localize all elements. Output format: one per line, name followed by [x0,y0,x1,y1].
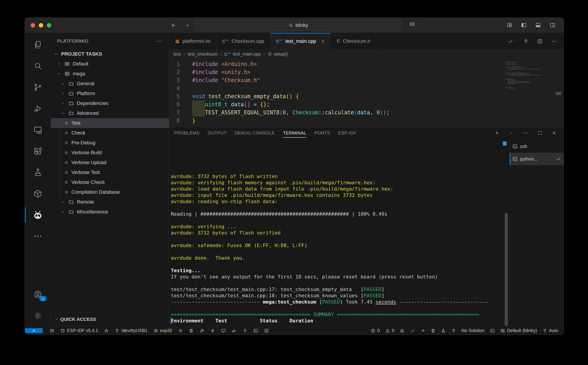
editor-more-actions[interactable] [549,37,558,46]
activity-pio-home[interactable] [25,183,51,204]
status-espidf-version[interactable]: ESP-IDF v5.4.1 [60,328,98,333]
tree-item-dependencies[interactable]: Dependencies [51,98,169,108]
status-debug[interactable] [232,328,237,333]
tree-item-mega[interactable]: mega [51,69,169,79]
tree-item-compilation-database[interactable]: Compilation Database [51,187,169,197]
activity-more-views[interactable] [25,225,51,247]
status-solution-status[interactable]: No Solution [461,328,485,333]
tab-platformio-ini[interactable]: platformio.ini [169,33,216,49]
status-star[interactable] [104,328,109,333]
status-pio-home[interactable] [400,328,405,333]
customize-layout-icon[interactable] [505,21,514,30]
panel-tab-problems[interactable]: PROBLEMS [174,127,200,139]
activity-accounts[interactable]: 1 [25,284,51,305]
status-espidf-terminal[interactable] [253,328,258,333]
tree-item-miscellaneous[interactable]: Miscellaneous [51,207,169,217]
activity-testing[interactable] [25,162,51,183]
activity-remote-explorer[interactable] [25,119,51,140]
section-project-tasks[interactable]: PROJECT TASKS [51,49,169,59]
toggle-secondary-sidebar-icon[interactable] [548,21,557,30]
tree-item-verbose-test[interactable]: Verbose Test [51,168,169,177]
status-serial-port[interactable]: /dev/ttyUSB1 [115,328,148,333]
serial-monitor-button[interactable] [521,37,530,46]
panel-tab-ports[interactable]: PORTS [314,127,330,139]
maximize-panel-button[interactable] [535,128,544,137]
status-remote-indicator[interactable] [25,328,43,333]
status-restore-layout[interactable] [49,328,54,333]
navigate-forward-button[interactable] [182,21,191,30]
status-problems-errors[interactable]: 0 [371,328,380,333]
code-editor[interactable]: 1#include <Arduino.h>2#include <unity.h>… [169,59,564,127]
tree-item-pre-debug[interactable]: Pre-Debug [51,138,169,148]
status-upload-port[interactable]: Auto [542,328,558,333]
copilot-button[interactable] [409,21,419,27]
new-terminal-button[interactable] [492,128,501,137]
status-full-clean[interactable] [189,328,194,333]
status-pio-build[interactable] [410,328,415,333]
tree-item-check[interactable]: Check [51,128,169,138]
tree-item-general[interactable]: General [51,79,169,89]
tree-item-verbose-upload[interactable]: Verbose Upload [51,158,169,168]
status-monitor[interactable] [221,328,226,333]
tree-item-test[interactable]: Test [51,118,169,128]
tree-item-advanced[interactable]: Advanced [51,108,169,118]
tree-item-verbose-build[interactable]: Verbose Build [51,148,169,158]
split-editor-button[interactable] [535,37,544,46]
status-flash[interactable] [210,328,215,333]
panel-tab-esp-idf[interactable]: ESP-IDF [338,127,357,139]
terminal-instance-python[interactable]: python... [510,153,564,165]
command-center-search[interactable]: blinky [195,20,401,31]
toggle-primary-sidebar-icon[interactable] [519,21,528,30]
activity-run-and-debug[interactable] [25,98,51,119]
breadcrumb-item-test-checksum[interactable]: test_checksum [188,52,217,57]
toggle-panel-icon[interactable] [534,21,542,30]
breadcrumb-item-setup[interactable]: setup() [268,52,288,57]
zoom-window-button[interactable] [47,23,51,28]
panel-more-actions[interactable] [521,128,530,137]
tab-checksum-cpp[interactable]: C++Checksum.cpp [216,33,270,49]
status-project-environment[interactable]: Default (blinky) [500,328,537,333]
status-problems-warnings[interactable]: 0 [385,328,394,333]
run-check-button[interactable] [508,37,517,46]
breadcrumb-item-test[interactable]: test [174,52,181,57]
status-menuconfig[interactable] [178,328,183,333]
tab-checksum-h[interactable]: CChecksum.h [331,33,376,49]
status-build[interactable] [200,328,204,333]
terminal-output[interactable]: avrdude: 3732 bytes of flash writtenavrd… [169,139,509,326]
tree-item-remote[interactable]: Remote [51,197,169,207]
close-window-button[interactable] [31,23,35,28]
panel-tab-debug-console[interactable]: DEBUG CONSOLE [235,127,275,139]
tab-test-main-cpp[interactable]: C++test_main.cpp [270,33,331,49]
terminal-instance-zsh[interactable]: zsh [510,140,564,153]
status-pio-serial-monitor[interactable] [451,328,456,333]
tree-item-platform[interactable]: Platform [51,89,169,98]
quick-access-section[interactable]: QUICK ACCESS [51,312,169,326]
status-device-target[interactable]: esp32 [153,328,172,333]
navigate-back-button[interactable] [169,21,178,30]
activity-platformio[interactable] [25,204,51,225]
panel-tab-output[interactable]: OUTPUT [208,127,227,139]
activity-search[interactable] [25,55,51,77]
status-pio-clean[interactable] [431,328,435,333]
activity-source-control[interactable] [25,77,51,98]
minimize-window-button[interactable] [39,23,43,28]
terminal-scrollbar[interactable] [505,213,508,326]
status-flash-method[interactable] [243,328,247,333]
minimap[interactable]: #include <Arduino.h>#include <unity.h>#i… [505,61,541,91]
status-pio-test[interactable] [441,328,446,333]
activity-explorer[interactable] [25,34,51,55]
sidebar-more-actions[interactable]: ··· [156,38,162,44]
breadcrumb-item-test-main-cpp[interactable]: C++test_main.cpp [224,51,261,57]
activity-settings[interactable] [25,305,51,326]
editor-scrollbar[interactable] [555,92,561,95]
tree-item-verbose-check[interactable]: Verbose Check [51,177,169,187]
activity-extensions[interactable] [25,140,51,162]
tree-item-default[interactable]: Default [51,59,169,69]
close-tab-icon[interactable] [321,39,325,43]
status-execute-task[interactable] [264,328,269,333]
panel-tab-terminal[interactable]: TERMINAL [283,127,306,139]
status-pio-terminal[interactable] [490,328,495,333]
status-pio-upload[interactable] [420,328,425,333]
terminal-dropdown-icon[interactable] [507,128,516,137]
close-panel-button[interactable] [550,128,559,137]
